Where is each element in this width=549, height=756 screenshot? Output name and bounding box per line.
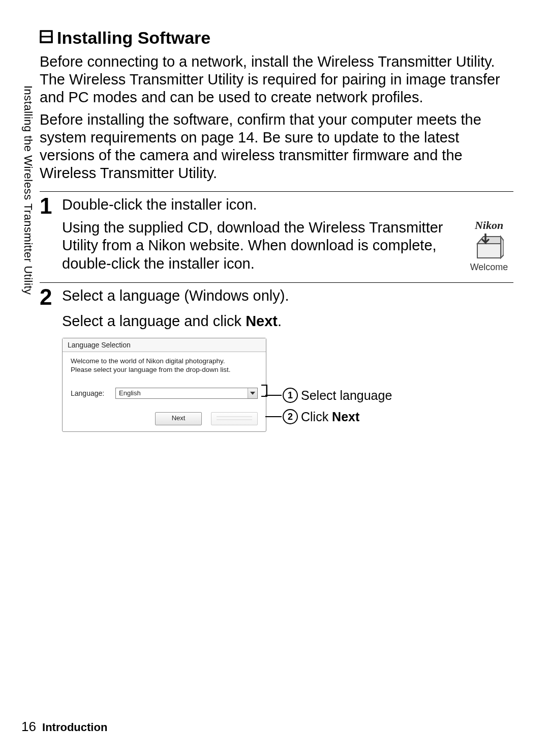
callout-2-text: Click Next <box>301 410 359 424</box>
svg-marker-8 <box>250 392 255 395</box>
svg-marker-6 <box>501 237 504 258</box>
callout-number-icon: 2 <box>283 409 298 424</box>
dialog-title: Language Selection <box>63 338 266 352</box>
box-download-icon <box>474 234 504 260</box>
sidebar-section-label: Installing the Wireless Transmitter Util… <box>21 85 35 295</box>
callout-number-icon: 1 <box>283 388 298 403</box>
step-1: 1 Double-click the installer icon. Using… <box>40 196 513 273</box>
language-select-value: English <box>116 388 248 398</box>
step-number: 1 <box>40 195 62 217</box>
installer-icon-caption: Welcome <box>465 262 513 273</box>
page-number: 16 <box>21 719 36 734</box>
svg-rect-1 <box>41 37 52 42</box>
intro-paragraph-1: Before connecting to a network, install … <box>40 53 513 106</box>
checkbox-outline-icon <box>40 30 53 43</box>
section-heading: Installing Software <box>40 28 513 48</box>
callout-1: 1 Select language <box>265 388 392 403</box>
callout-1-text: Select language <box>301 388 392 403</box>
chevron-down-icon[interactable] <box>248 388 257 398</box>
language-selection-dialog: Language Selection Welcome to the world … <box>62 338 266 432</box>
step-2-title: Select a language (Windows only). <box>62 287 513 305</box>
step-2: 2 Select a language (Windows only). <box>40 287 513 310</box>
divider <box>40 191 513 192</box>
step-number: 2 <box>40 286 62 308</box>
step-2-instruction: Select a language and click Next. <box>62 313 513 330</box>
step-1-body: Using the supplied CD, download the Wire… <box>62 219 452 273</box>
callout-2: 2 Click Next <box>265 409 359 424</box>
language-select[interactable]: English <box>115 388 258 399</box>
footer-section: Introduction <box>42 721 107 734</box>
installer-icon: Nikon Welcome <box>465 219 513 273</box>
language-label: Language: <box>71 389 106 397</box>
intro-paragraph-2: Before installing the software, confirm … <box>40 111 513 182</box>
step-1-title: Double-click the installer icon. <box>62 196 513 214</box>
next-button[interactable]: Next <box>155 412 202 425</box>
dialog-message: Welcome to the world of Nikon digital ph… <box>71 357 258 374</box>
page-footer: 16 Introduction <box>21 719 107 735</box>
disabled-button <box>211 412 258 425</box>
installer-icon-brand: Nikon <box>465 219 513 232</box>
section-heading-text: Installing Software <box>57 28 210 47</box>
svg-rect-4 <box>477 244 501 258</box>
divider <box>40 282 513 283</box>
